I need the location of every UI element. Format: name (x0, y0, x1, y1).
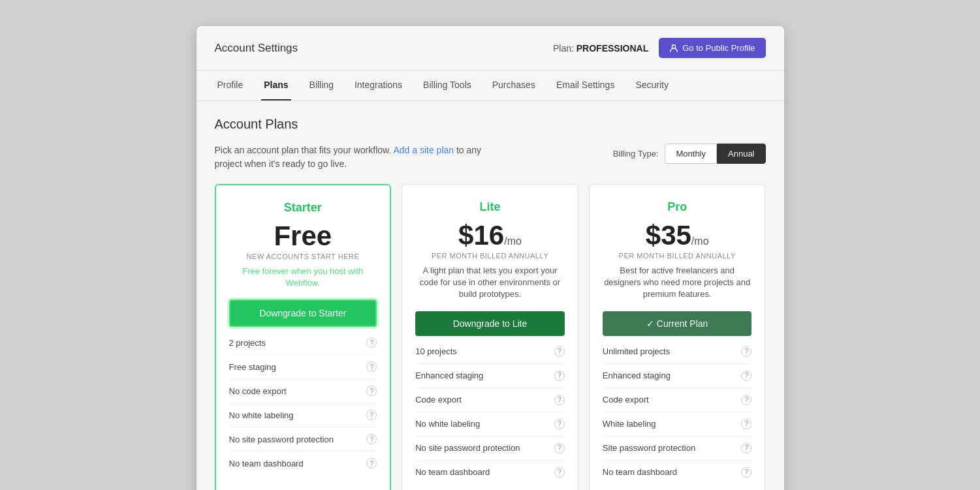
billing-type-label: Billing Type: (613, 149, 659, 159)
feature-help-icon[interactable]: ? (554, 419, 565, 429)
feature-help-icon[interactable]: ? (741, 371, 751, 381)
feature-help-icon[interactable]: ? (741, 419, 751, 429)
list-item: No code export ? (229, 386, 377, 403)
feature-help-icon[interactable]: ? (366, 337, 377, 348)
list-item: No white labeling ? (229, 410, 377, 427)
billing-annual-btn[interactable]: Annual (717, 144, 765, 164)
lite-plan-desc: A light plan that lets you export your c… (415, 265, 565, 301)
tab-email-settings[interactable]: Email Settings (554, 70, 617, 100)
list-item: White labeling ? (603, 419, 752, 436)
list-item: 10 projects ? (415, 346, 565, 364)
tab-purchases[interactable]: Purchases (490, 70, 538, 100)
feature-help-icon[interactable]: ? (366, 434, 377, 444)
feature-help-icon[interactable]: ? (366, 361, 377, 372)
tab-billing[interactable]: Billing (307, 70, 336, 100)
downgrade-to-lite-button[interactable]: Downgrade to Lite (415, 311, 565, 336)
header-right: Plan: PROFESSIONAL Go to Public Profile (553, 38, 766, 58)
svg-point-0 (672, 44, 676, 48)
plans-grid: Starter Free NEW ACCOUNTS START HERE Fre… (215, 184, 766, 490)
feature-help-icon[interactable]: ? (554, 371, 565, 381)
account-settings-window: Account Settings Plan: PROFESSIONAL Go t… (197, 26, 784, 490)
feature-help-icon[interactable]: ? (741, 443, 751, 453)
lite-billing-note: PER MONTH BILLED ANNUALLY (415, 252, 565, 260)
list-item: No team dashboard ? (603, 467, 752, 478)
list-item: Site password protection ? (603, 443, 752, 461)
feature-help-icon[interactable]: ? (554, 443, 565, 453)
section-title: Account Plans (215, 117, 766, 132)
lite-plan-price: $16/mo (415, 222, 565, 249)
add-site-plan-link[interactable]: Add a site plan (393, 145, 454, 155)
feature-help-icon[interactable]: ? (366, 458, 377, 468)
pro-billing-note: PER MONTH BILLED ANNUALLY (603, 252, 752, 260)
list-item: No site password protection ? (415, 443, 565, 461)
list-item: Code export ? (603, 395, 752, 412)
billing-type-selector: Billing Type: Monthly Annual (613, 144, 766, 164)
list-item: No site password protection ? (229, 434, 377, 452)
feature-help-icon[interactable]: ? (366, 386, 377, 396)
list-item: 2 projects ? (229, 337, 377, 355)
list-item: No team dashboard ? (229, 458, 377, 468)
list-item: Code export ? (415, 395, 565, 412)
plan-info: Plan: PROFESSIONAL (553, 43, 648, 54)
starter-plan-name: Starter (229, 201, 377, 215)
billing-header: Pick an account plan that fits your work… (215, 144, 766, 171)
feature-help-icon[interactable]: ? (366, 410, 377, 420)
starter-features-list: 2 projects ? Free staging ? No code expo… (229, 337, 377, 468)
person-icon (669, 44, 678, 53)
page-header: Account Settings Plan: PROFESSIONAL Go t… (197, 26, 784, 70)
downgrade-to-starter-button[interactable]: Downgrade to Starter (229, 299, 377, 327)
pro-plan-desc: Best for active freelancers and designer… (603, 265, 752, 301)
list-item: No team dashboard ? (415, 467, 565, 478)
list-item: Free staging ? (229, 361, 377, 379)
plan-card-lite: Lite $16/mo PER MONTH BILLED ANNUALLY A … (402, 184, 578, 490)
feature-help-icon[interactable]: ? (741, 395, 751, 405)
feature-help-icon[interactable]: ? (741, 346, 751, 357)
lite-features-list: 10 projects ? Enhanced staging ? Code ex… (415, 346, 565, 478)
list-item: No white labeling ? (415, 419, 565, 436)
main-content: Account Plans Pick an account plan that … (197, 101, 784, 490)
tab-profile[interactable]: Profile (215, 70, 246, 100)
list-item: Unlimited projects ? (603, 346, 752, 364)
feature-help-icon[interactable]: ? (741, 467, 751, 478)
feature-help-icon[interactable]: ? (554, 467, 565, 478)
go-to-public-profile-button[interactable]: Go to Public Profile (659, 38, 765, 58)
billing-monthly-btn[interactable]: Monthly (665, 144, 717, 164)
pro-features-list: Unlimited projects ? Enhanced staging ? … (603, 346, 752, 478)
lite-plan-name: Lite (415, 200, 565, 214)
plan-card-starter: Starter Free NEW ACCOUNTS START HERE Fre… (215, 184, 392, 490)
pro-plan-price: $35/mo (603, 222, 752, 249)
list-item: Enhanced staging ? (603, 371, 752, 388)
list-item: Enhanced staging ? (415, 371, 565, 388)
tab-security[interactable]: Security (633, 70, 671, 100)
tab-plans[interactable]: Plans (261, 70, 291, 100)
navigation-tabs: Profile Plans Billing Integrations Billi… (197, 70, 784, 101)
feature-help-icon[interactable]: ? (554, 346, 565, 357)
tab-billing-tools[interactable]: Billing Tools (420, 70, 474, 100)
tab-integrations[interactable]: Integrations (352, 70, 405, 100)
starter-billing-note: NEW ACCOUNTS START HERE (229, 253, 377, 260)
billing-description: Pick an account plan that fits your work… (215, 144, 489, 171)
current-plan-button[interactable]: ✓ Current Plan (603, 311, 752, 336)
pro-plan-name: Pro (603, 200, 752, 214)
starter-plan-price: Free (229, 222, 377, 250)
page-title: Account Settings (215, 42, 298, 55)
feature-help-icon[interactable]: ? (554, 395, 565, 405)
starter-plan-desc: Free forever when you host with Webflow. (229, 266, 377, 289)
billing-toggle-group: Monthly Annual (665, 144, 765, 164)
plan-card-pro: Pro $35/mo PER MONTH BILLED ANNUALLY Bes… (589, 184, 766, 490)
